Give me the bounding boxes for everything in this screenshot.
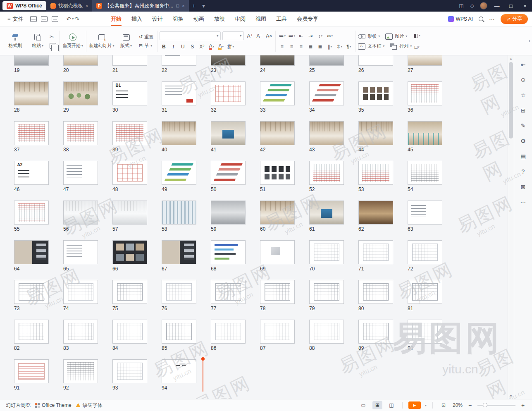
slide-thumbnail[interactable] [408,55,442,66]
menu-tab[interactable]: 视图 [251,12,270,26]
justify-button[interactable]: ≣ [306,43,315,51]
new-slide-button[interactable]: 新建幻灯片▾ [88,28,115,54]
slide-thumbnail[interactable] [309,55,344,66]
redo-icon[interactable]: ↷ [74,16,79,22]
tab-list-caret[interactable]: ▾ [199,2,208,9]
slide-thumbnail[interactable]: A2 [14,161,49,185]
scroll-up-arrow[interactable]: ▲ [508,57,514,60]
wps-ai-button[interactable]: WPS AI [448,16,473,22]
character-spacing-button[interactable]: ⇹▾ [325,32,334,40]
tab-document-active[interactable]: P 【公共服务】泰州政务服务中... ⊡ × [92,0,189,12]
slide-thumbnail[interactable] [358,161,393,185]
play-from-current-button[interactable]: 当页开始▾ [62,28,84,54]
missing-font-warning[interactable]: 缺失字体 [76,402,103,409]
menu-tab[interactable]: 会员专享 [293,12,322,26]
menu-tab[interactable]: 工具 [272,12,291,26]
slide-thumbnail[interactable] [112,121,147,145]
slide-thumbnail[interactable] [162,280,196,304]
slide-thumbnail[interactable] [211,240,246,264]
decrease-font-icon[interactable]: A⁻ [255,32,264,40]
layout-button[interactable]: 版式▾ [115,28,137,54]
user-avatar[interactable] [480,2,487,10]
cut-icon[interactable]: ✂ [50,34,56,40]
slide-thumbnail[interactable] [309,280,344,304]
slide-thumbnail[interactable] [358,201,393,225]
menu-tab[interactable]: 插入 [127,12,146,26]
zoom-slider[interactable] [477,405,515,406]
normal-view-button[interactable]: ▭ [358,401,368,409]
slide-thumbnail[interactable] [358,280,393,304]
slide-thumbnail[interactable] [211,161,246,185]
print-icon[interactable] [41,16,48,22]
slide-thumbnail[interactable] [260,161,295,185]
numbering-button[interactable]: ≕▾ [287,32,296,40]
text-direction-button[interactable]: ↕▾ [316,32,324,40]
strikethrough-button[interactable]: S [188,43,197,51]
zoom-out-button[interactable]: − [467,402,473,409]
slide-thumbnail[interactable] [358,55,393,66]
split-view-icon[interactable]: ⊞ [518,105,529,115]
slide-thumbnail[interactable] [260,320,295,344]
zoom-slider-handle[interactable] [483,403,487,407]
slide-thumbnail[interactable] [358,240,393,264]
presentation-mode-icon[interactable]: ⊡ [176,3,179,9]
slide-thumbnail[interactable] [112,280,147,304]
close-tab-icon[interactable]: × [86,3,88,8]
menu-tab[interactable]: 动画 [189,12,208,26]
slide-thumbnail[interactable] [260,55,295,66]
superscript-button[interactable]: X² [198,43,206,51]
slide-thumbnail[interactable] [260,81,295,105]
slide-thumbnail[interactable] [211,55,246,66]
file-menu-button[interactable]: ≡ 文件 [4,15,27,23]
close-button[interactable]: × [518,0,532,12]
slide-thumbnail[interactable] [211,121,246,145]
slide-thumbnail[interactable] [358,81,393,105]
slide-thumbnail[interactable] [211,320,246,344]
slide-thumbnail[interactable] [162,161,196,185]
menu-tab[interactable]: 开始 [107,12,126,26]
slides-viewport[interactable]: 19 20 21 [0,55,508,399]
profile-icon[interactable]: ⊙ [518,75,529,85]
font-size-select[interactable]: ▾ [222,31,244,40]
align-center-button[interactable]: ≡ [287,43,296,51]
decrease-indent-button[interactable]: ⇤ [297,32,305,40]
slide-thumbnail[interactable] [162,240,196,264]
collapse-pane-icon[interactable]: ⇤ [518,60,529,69]
bold-button[interactable]: B [160,43,168,51]
clear-format-icon[interactable]: A× [265,32,273,40]
slide-thumbnail[interactable] [63,121,98,145]
menu-tab[interactable]: 审阅 [231,12,250,26]
minimize-button[interactable]: — [490,0,504,12]
undo-icon[interactable]: ↶ [67,16,72,22]
scrollbar-thumb[interactable] [509,62,513,139]
slide-thumbnail[interactable] [162,55,196,66]
paragraph-button[interactable]: ¶▾ [344,43,353,51]
slide-thumbnail[interactable] [63,55,98,66]
slide-thumbnail[interactable] [112,161,147,185]
slide-thumbnail[interactable] [162,201,196,225]
close-tab-icon[interactable]: × [182,3,184,8]
slide-thumbnail[interactable] [112,320,147,344]
slide-thumbnail[interactable] [63,320,98,344]
ribbon-expand-chevron[interactable]: › [528,37,530,44]
slideshow-play-button[interactable]: ▶ [408,401,421,409]
slide-thumbnail[interactable] [63,201,98,225]
zoom-value[interactable]: 20% [453,402,463,408]
wps-home-tab[interactable]: W WPS Office [2,1,46,10]
slide-thumbnail[interactable] [14,81,49,105]
pinyin-button[interactable]: 拼▾ [226,43,235,51]
more-icon[interactable]: ⋯ [518,197,529,207]
slide-thumbnail[interactable]: B1 [112,81,147,105]
slide-thumbnail[interactable] [358,121,393,145]
slide-thumbnail[interactable] [358,320,393,344]
slide-thumbnail[interactable] [408,280,442,304]
slide-thumbnail[interactable] [260,240,295,264]
help-icon[interactable]: ? [518,167,529,177]
annotate-icon[interactable]: ✎ [518,121,529,131]
slide-thumbnail[interactable] [408,161,442,185]
vertical-scrollbar[interactable]: ▲ ▼ [508,55,514,399]
slide-thumbnail[interactable] [408,320,442,344]
print-preview-icon[interactable] [52,16,58,22]
slide-thumbnail[interactable] [162,359,196,383]
copy-icon[interactable] [50,43,56,49]
